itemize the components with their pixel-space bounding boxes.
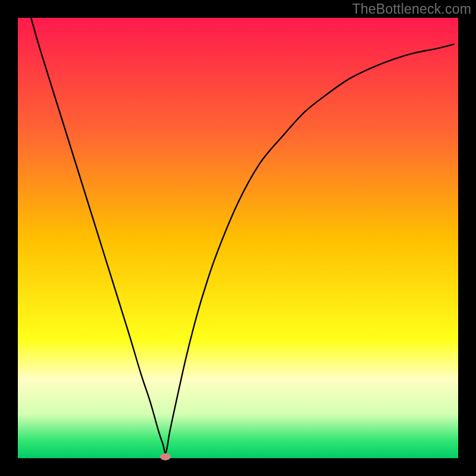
- chart-container: TheBottleneck.com: [0, 0, 476, 476]
- watermark-text: TheBottleneck.com: [352, 1, 471, 17]
- bottleneck-minimum-marker: [160, 453, 171, 461]
- chart-plot-area: [18, 18, 458, 458]
- bottleneck-chart: [0, 0, 476, 476]
